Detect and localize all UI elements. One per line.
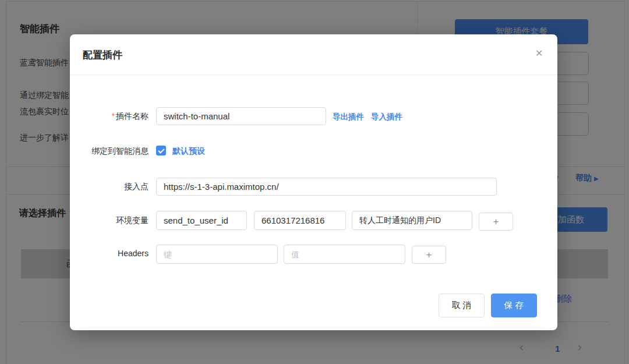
env-key-input[interactable] — [156, 211, 247, 230]
save-button[interactable]: 保 存 — [491, 294, 537, 317]
add-env-var-button[interactable]: + — [479, 213, 513, 231]
configure-plugin-dialog: 配置插件 ✕ *插件名称 导出插件 导入插件 绑定到智能消息 默认预设 接入点 … — [70, 34, 557, 330]
header-value-input[interactable] — [284, 245, 405, 264]
env-vars-label: 环境变量 — [70, 215, 149, 226]
plugin-name-label: *插件名称 — [70, 111, 149, 122]
dialog-header-divider — [70, 75, 557, 75]
close-icon[interactable]: ✕ — [535, 48, 543, 59]
env-value-input[interactable] — [254, 211, 346, 230]
cancel-button[interactable]: 取 消 — [439, 294, 485, 317]
plus-icon: + — [426, 249, 432, 261]
bind-message-label: 绑定到智能消息 — [70, 146, 149, 157]
plus-icon: + — [493, 216, 499, 228]
endpoint-label: 接入点 — [70, 182, 149, 192]
env-description-input[interactable] — [352, 211, 472, 230]
default-preset-link[interactable]: 默认预设 — [172, 146, 205, 157]
bind-checkbox-checked[interactable] — [156, 146, 166, 156]
header-key-input[interactable] — [156, 245, 278, 264]
screen: 智能插件 蓝鸢智能插件 通过绑定智能 流包裹实时位 进一步了解详 智能插件套餐 … — [0, 0, 629, 364]
required-asterisk: * — [112, 111, 115, 121]
add-header-button[interactable]: + — [412, 246, 446, 264]
dialog-title: 配置插件 — [83, 48, 122, 62]
import-plugin-link[interactable]: 导入插件 — [371, 112, 402, 122]
headers-label: Headers — [70, 249, 149, 258]
endpoint-input[interactable] — [156, 178, 497, 196]
plugin-name-input[interactable] — [156, 107, 326, 125]
export-plugin-link[interactable]: 导出插件 — [333, 112, 364, 122]
